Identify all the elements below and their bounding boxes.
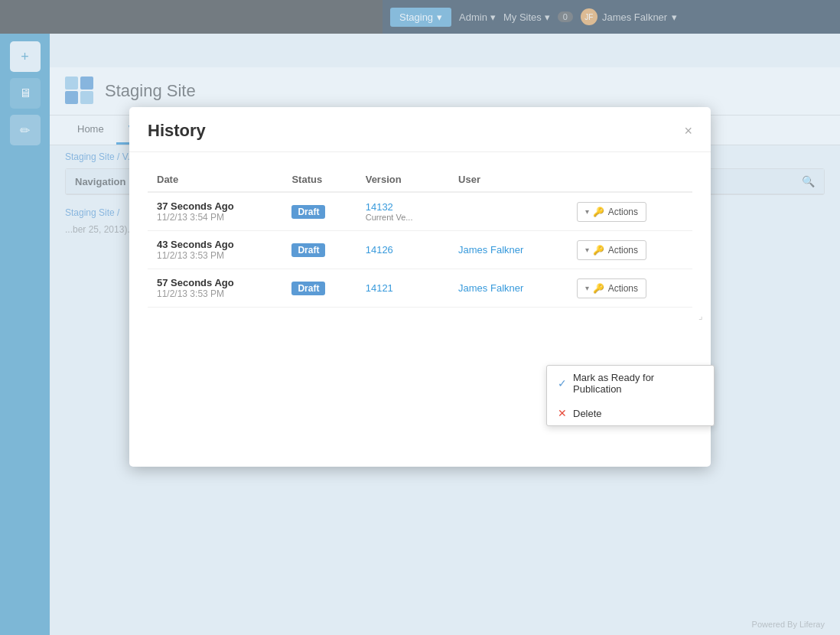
cell-actions: ▾ 🔑 Actions bbox=[568, 269, 692, 308]
actions-button[interactable]: ▾ 🔑 Actions bbox=[577, 278, 646, 298]
version-link[interactable]: 14132 bbox=[366, 201, 393, 213]
resize-handle[interactable]: ⌟ bbox=[698, 311, 708, 320]
mark-ready-label: Mark as Ready for Publication bbox=[573, 372, 703, 395]
cell-actions: ▾ 🔑 Actions bbox=[568, 192, 692, 231]
actions-label: Actions bbox=[608, 207, 638, 217]
modal-overlay: History × Date Status Version User 37 Se… bbox=[0, 0, 840, 635]
current-version: Current Ve... bbox=[366, 213, 440, 222]
status-badge: Draft bbox=[291, 243, 325, 257]
modal-title: History bbox=[148, 121, 206, 141]
cell-date: 57 Seconds Ago 11/2/13 3:53 PM bbox=[148, 269, 282, 308]
date-secondary: 11/2/13 3:54 PM bbox=[157, 212, 273, 223]
dropdown-arrow: ▾ bbox=[585, 207, 589, 216]
date-secondary: 11/2/13 3:53 PM bbox=[157, 288, 273, 299]
actions-button[interactable]: ▾ 🔑 Actions bbox=[577, 202, 646, 222]
cell-version: 14132 Current Ve... bbox=[357, 192, 449, 231]
key-icon: 🔑 bbox=[593, 245, 604, 256]
actions-label: Actions bbox=[608, 283, 638, 294]
delete-label: Delete bbox=[573, 408, 602, 419]
cell-version: 14126 bbox=[357, 231, 449, 269]
cell-date: 37 Seconds Ago 11/2/13 3:54 PM bbox=[148, 192, 282, 231]
delete-item[interactable]: ✕ Delete bbox=[547, 401, 714, 425]
date-secondary: 11/2/13 3:53 PM bbox=[157, 250, 273, 261]
table-header-row: Date Status Version User bbox=[148, 168, 692, 192]
history-table: Date Status Version User 37 Seconds Ago … bbox=[148, 168, 692, 308]
cell-status: Draft bbox=[282, 231, 356, 269]
key-icon: 🔑 bbox=[593, 283, 604, 294]
cell-user bbox=[449, 192, 568, 231]
user-link[interactable]: James Falkner bbox=[458, 282, 523, 294]
dropdown-arrow: ▾ bbox=[585, 246, 589, 254]
cell-date: 43 Seconds Ago 11/2/13 3:53 PM bbox=[148, 231, 282, 269]
status-badge: Draft bbox=[291, 282, 325, 295]
check-icon: ✓ bbox=[558, 377, 567, 389]
date-primary: 57 Seconds Ago bbox=[157, 277, 273, 288]
status-badge: Draft bbox=[291, 205, 325, 219]
table-row: 57 Seconds Ago 11/2/13 3:53 PM Draft 141… bbox=[148, 269, 692, 308]
modal-close-button[interactable]: × bbox=[684, 124, 692, 138]
modal-header: History × bbox=[129, 107, 711, 152]
actions-dropdown-menu: ✓ Mark as Ready for Publication ✕ Delete bbox=[546, 365, 715, 426]
modal-body: Date Status Version User 37 Seconds Ago … bbox=[129, 152, 711, 323]
actions-button[interactable]: ▾ 🔑 Actions bbox=[577, 240, 646, 260]
history-modal: History × Date Status Version User 37 Se… bbox=[129, 107, 711, 467]
col-user: User bbox=[449, 168, 568, 192]
cell-version: 14121 bbox=[357, 269, 449, 308]
cell-actions: ▾ 🔑 Actions bbox=[568, 231, 692, 269]
version-link[interactable]: 14121 bbox=[366, 282, 393, 294]
cell-user: James Falkner bbox=[449, 269, 568, 308]
user-link[interactable]: James Falkner bbox=[458, 244, 523, 256]
cell-status: Draft bbox=[282, 192, 356, 231]
date-primary: 43 Seconds Ago bbox=[157, 239, 273, 250]
mark-ready-item[interactable]: ✓ Mark as Ready for Publication bbox=[547, 366, 714, 401]
cell-user: James Falkner bbox=[449, 231, 568, 269]
cell-status: Draft bbox=[282, 269, 356, 308]
table-row: 37 Seconds Ago 11/2/13 3:54 PM Draft 141… bbox=[148, 192, 692, 231]
col-actions bbox=[568, 168, 692, 192]
col-status: Status bbox=[282, 168, 356, 192]
version-link[interactable]: 14126 bbox=[366, 244, 393, 256]
dropdown-arrow: ▾ bbox=[585, 284, 589, 292]
col-date: Date bbox=[148, 168, 282, 192]
table-row: 43 Seconds Ago 11/2/13 3:53 PM Draft 141… bbox=[148, 231, 692, 269]
key-icon: 🔑 bbox=[593, 207, 604, 217]
actions-label: Actions bbox=[608, 245, 638, 256]
date-primary: 37 Seconds Ago bbox=[157, 200, 273, 212]
col-version: Version bbox=[357, 168, 449, 192]
delete-icon: ✕ bbox=[558, 407, 567, 419]
